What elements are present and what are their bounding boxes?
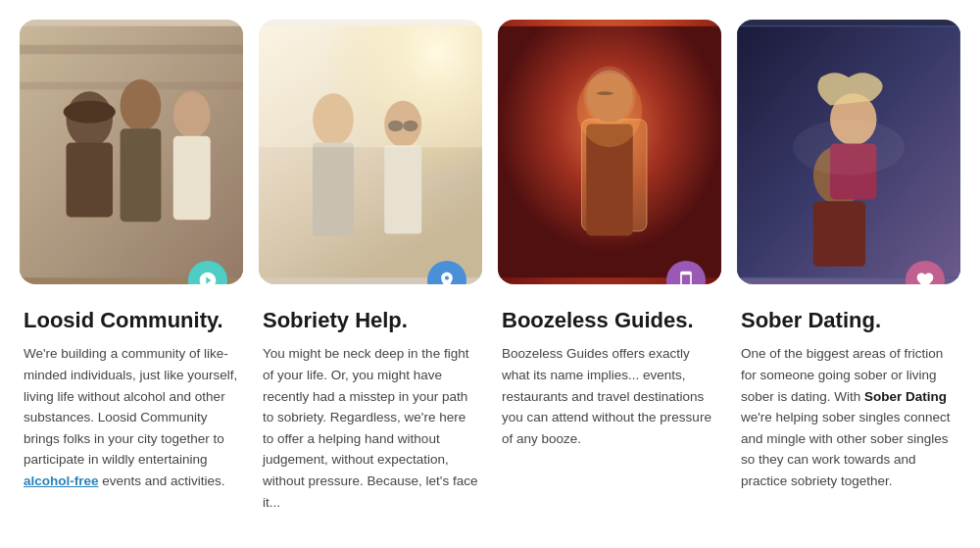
svg-point-33 — [793, 120, 905, 175]
card-title-sobriety: Sobriety Help. — [263, 308, 478, 333]
card-title-boozeless: Boozeless Guides. — [502, 308, 717, 333]
heart-icon — [915, 271, 935, 284]
card-image-community — [20, 20, 243, 284]
svg-rect-16 — [384, 145, 421, 233]
card-text-sobriety: You might be neck deep in the fight of y… — [263, 343, 478, 513]
card-image-sobriety — [259, 20, 482, 284]
alcohol-free-link[interactable]: alcohol-free — [24, 473, 99, 488]
phone-icon — [676, 271, 696, 284]
card-community: Loosid Community. We're building a commu… — [20, 20, 243, 500]
cards-grid: Loosid Community. We're building a commu… — [20, 20, 960, 521]
card-sobriety: Sobriety Help. You might be neck deep in… — [259, 20, 482, 521]
svg-rect-30 — [813, 201, 865, 267]
card-content-boozeless: Boozeless Guides. Boozeless Guides offer… — [498, 284, 721, 457]
card-image-wrapper-dating — [737, 20, 960, 284]
card-text-community: We're building a community of like-minde… — [24, 343, 239, 491]
community-icon — [198, 271, 218, 284]
svg-rect-14 — [313, 143, 354, 236]
card-content-community: Loosid Community. We're building a commu… — [20, 284, 243, 500]
card-content-dating: Sober Dating. One of the biggest areas o… — [737, 284, 960, 500]
card-image-dating — [737, 20, 960, 284]
card-image-wrapper-sobriety — [259, 20, 482, 284]
card-content-sobriety: Sobriety Help. You might be neck deep in… — [259, 284, 482, 521]
card-dating: Sober Dating. One of the biggest areas o… — [737, 20, 960, 500]
card-title-dating: Sober Dating. — [741, 308, 956, 333]
svg-point-26 — [577, 73, 643, 147]
card-title-community: Loosid Community. — [24, 308, 239, 333]
card-image-wrapper-boozeless — [498, 20, 721, 284]
card-text-boozeless: Boozeless Guides offers exactly what its… — [502, 343, 717, 449]
card-boozeless: Boozeless Guides. Boozeless Guides offer… — [498, 20, 721, 457]
svg-rect-20 — [259, 26, 482, 148]
card-text-dating: One of the biggest areas of friction for… — [741, 343, 956, 491]
sobriety-icon — [437, 271, 457, 284]
sober-dating-bold: Sober Dating — [864, 389, 947, 404]
card-image-wrapper-community — [20, 20, 243, 284]
svg-rect-10 — [20, 26, 243, 278]
card-image-boozeless — [498, 20, 721, 284]
